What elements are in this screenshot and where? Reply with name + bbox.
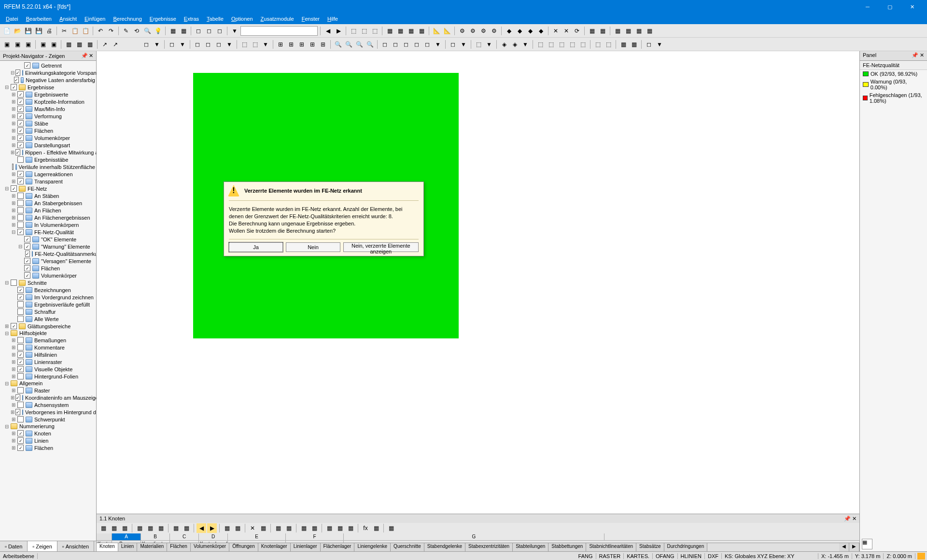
tree-checkbox[interactable] [17, 135, 24, 141]
tool-icon[interactable]: ⊞ [286, 40, 296, 49]
tool-icon[interactable]: ▦ [385, 26, 394, 36]
tree-item[interactable]: ⊞Rippen - Effektive Mitwirkung auf [1, 149, 95, 156]
tool-icon[interactable]: ✕ [551, 26, 561, 36]
table-tool-icon[interactable]: ▦ [335, 523, 345, 533]
menu-hilfe[interactable]: Hilfe [323, 15, 342, 23]
nav-tab-daten[interactable]: ▫Daten [0, 541, 28, 551]
table-tab[interactable]: Liniengelenke [354, 543, 391, 551]
menu-ansicht[interactable]: Ansicht [56, 15, 81, 23]
tree-item[interactable]: ⊟Nummerierung [1, 423, 95, 430]
table-tab[interactable]: Flächenlager [321, 543, 355, 551]
tool-icon[interactable]: ◻ [412, 40, 421, 49]
collapse-icon[interactable]: ⊟ [4, 186, 10, 191]
tool-icon[interactable]: 🔍 [344, 40, 353, 49]
tool-icon[interactable]: ▦ [179, 26, 188, 36]
tool-icon[interactable]: ⬚ [604, 40, 613, 49]
expand-icon[interactable]: ⊞ [4, 323, 10, 329]
status-toggle-dxf[interactable]: DXF [705, 553, 722, 559]
table-tab[interactable]: Stabnichtlinearitäten [586, 543, 636, 551]
tree-item[interactable]: ⊞Hintergrund-Folien [1, 373, 95, 380]
tree-checkbox[interactable] [17, 142, 24, 148]
tree-item[interactable]: ⊞In Volumenkörpern [1, 221, 95, 228]
expand-icon[interactable]: ⊞ [11, 431, 16, 436]
tool-icon[interactable]: ⚙ [457, 26, 467, 36]
tree-item[interactable]: ⊞Flächen [1, 444, 95, 451]
tool-icon[interactable]: ✎ [121, 26, 131, 36]
tool-icon[interactable]: ⬚ [370, 26, 379, 36]
expand-icon[interactable]: ⊞ [11, 135, 16, 140]
tool-icon[interactable]: ▦ [634, 26, 644, 36]
tool-icon[interactable]: ◻ [448, 40, 458, 49]
data-grid[interactable]: ABCDEFG Knoten Nr.BezugKoordinaten-Knote… [97, 533, 859, 543]
tool-icon[interactable]: ◻ [215, 26, 225, 36]
expand-icon[interactable]: ⊞ [11, 345, 16, 350]
collapse-icon[interactable]: ⊟ [11, 70, 14, 75]
tool-icon[interactable]: ⬚ [474, 40, 483, 49]
tool-icon[interactable]: 🔍 [333, 40, 343, 49]
tree-item[interactable]: ⊟Schnitte [1, 279, 95, 286]
table-tab[interactable]: Knoten [97, 543, 118, 551]
table-tab[interactable]: Öffnungen [229, 543, 258, 551]
close-button[interactable]: ✕ [901, 0, 923, 14]
tool-icon[interactable]: ⊞ [318, 40, 328, 49]
tool-icon[interactable]: ⬚ [535, 40, 545, 49]
tool-icon[interactable]: ◻ [167, 40, 177, 49]
panel-mode-button[interactable]: ▦ [862, 539, 872, 549]
tree-item[interactable]: Ergebnisverläufe gefüllt [1, 301, 95, 308]
tree-item[interactable]: ⊟Hilfsobjekte [1, 330, 95, 336]
tree-checkbox[interactable] [17, 91, 24, 98]
tree-checkbox[interactable] [17, 193, 24, 199]
menu-fenster[interactable]: Fenster [298, 15, 323, 23]
table-tool-icon[interactable]: ▦ [258, 523, 268, 533]
tree-checkbox[interactable] [17, 366, 24, 372]
tool-icon[interactable]: ⬚ [567, 40, 577, 49]
tool-icon[interactable]: ◻ [204, 26, 214, 36]
table-tool-icon[interactable]: ▦ [171, 523, 181, 533]
tool-icon[interactable]: ▼ [178, 40, 187, 49]
tool-icon[interactable]: ◈ [499, 40, 509, 49]
tool-icon[interactable]: ↗ [100, 40, 110, 49]
grid-subcol-header[interactable]: Bezug [112, 541, 141, 543]
tree-item[interactable]: ⊞Glättungsbereiche [1, 322, 95, 330]
tree-item[interactable]: ⊞Bemaßungen [1, 336, 95, 344]
tool-icon[interactable]: ▼ [433, 40, 443, 49]
menu-einfügen[interactable]: Einfügen [81, 15, 109, 23]
tree-item[interactable]: ⊟Einwirkungskategorie Vorspannu [1, 69, 95, 76]
close-icon[interactable]: ✕ [920, 52, 924, 58]
tool-icon[interactable]: ⚙ [478, 26, 488, 36]
tool-icon[interactable]: ⟳ [572, 26, 582, 36]
tree-checkbox[interactable] [17, 308, 24, 315]
navigator-tree[interactable]: Getrennt⊟Einwirkungskategorie VorspannuN… [0, 61, 96, 541]
tool-icon[interactable]: ⬚ [250, 40, 260, 49]
table-tool-icon[interactable]: fx [361, 523, 370, 533]
table-tool-icon[interactable]: ▦ [386, 523, 396, 533]
tree-item[interactable]: Ergebnisstäbe [1, 156, 95, 163]
tree-item[interactable]: Im Vordergrund zeichnen [1, 294, 95, 301]
tool-icon[interactable]: ⬚ [359, 26, 369, 36]
tree-checkbox[interactable] [11, 323, 17, 329]
table-tab[interactable]: Knotenlager [258, 543, 291, 551]
expand-icon[interactable]: ⊞ [11, 366, 16, 372]
status-toggle-fang[interactable]: FANG [576, 553, 596, 559]
tree-checkbox[interactable] [17, 359, 24, 365]
collapse-icon[interactable]: ⊟ [11, 229, 16, 235]
tree-item[interactable]: ⊞An Stabergebnissen [1, 199, 95, 207]
paste-icon[interactable]: 📋 [81, 26, 90, 36]
nav-prev-icon[interactable]: ▶ [334, 26, 343, 36]
tree-checkbox[interactable] [24, 258, 30, 264]
table-tab[interactable]: Volumenkörper [191, 543, 229, 551]
tool-icon[interactable]: ⬚ [239, 40, 249, 49]
tool-icon[interactable]: ▦ [406, 26, 416, 36]
close-icon[interactable]: ✕ [852, 516, 857, 521]
tree-item[interactable]: ⊟"Warnung" Elemente [1, 243, 95, 250]
expand-icon[interactable]: ⊞ [11, 142, 16, 148]
table-tab[interactable]: Flächen [167, 543, 191, 551]
expand-icon[interactable]: ⊞ [11, 121, 16, 126]
minimize-button[interactable]: ─ [857, 0, 879, 14]
tree-checkbox[interactable] [24, 272, 30, 279]
menu-tabelle[interactable]: Tabelle [203, 15, 227, 23]
table-tab[interactable]: Stabsätze [636, 543, 664, 551]
tree-checkbox[interactable] [17, 430, 24, 436]
tree-item[interactable]: ⊞Verborgenes im Hintergrund dars [1, 408, 95, 416]
dialog-yes-button[interactable]: Ja [229, 242, 283, 252]
